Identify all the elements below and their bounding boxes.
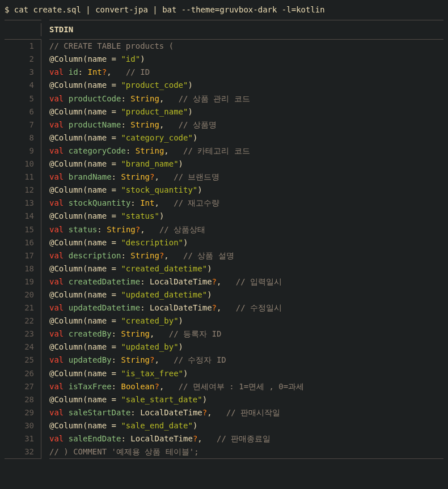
line-number: 20 [5,288,41,301]
line-number: 4 [5,79,41,92]
code-row: 28@Column(name = "sale_start_date") [5,393,443,406]
code-row: 2@Column(name = "id") [5,53,443,66]
code-line: @Column(name = "category_code") [41,131,443,144]
code-row: 26@Column(name = "is_tax_free") [5,367,443,380]
line-number: 2 [5,53,41,66]
line-number: 21 [5,301,41,314]
shell-prompt: $ [5,5,14,14]
line-number: 32 [5,445,41,458]
line-number: 3 [5,66,41,79]
code-line: // ) COMMENT '예제용 상품 테이블'; [41,445,443,458]
code-line: val createdDatetime: LocalDateTime?, // … [41,275,443,288]
code-row: 22@Column(name = "created_by") [5,314,443,328]
code-row: 7val productName: String, // 상품명 [5,118,443,131]
line-number: 27 [5,380,41,393]
code-row: 21val updatedDatetime: LocalDateTime?, /… [5,301,443,314]
code-row: 8@Column(name = "category_code") [5,131,443,144]
code-line: val brandName: String?, // 브랜드명 [41,171,443,184]
code-line: val updatedBy: String?, // 수정자 ID [41,354,443,367]
code-row: 9val categoryCode: String, // 카테고리 코드 [5,144,443,158]
command-line: $ cat create.sql | convert-jpa | bat --t… [5,3,443,20]
code-line: @Column(name = "created_by") [41,314,443,328]
line-number: 7 [5,118,41,131]
code-row: 25val updatedBy: String?, // 수정자 ID [5,354,443,367]
code-line: val description: String?, // 상품 설명 [41,249,443,262]
bat-header-row: STDIN [5,20,443,39]
code-line: @Column(name = "updated_by") [41,341,443,354]
table-top-rule [5,20,443,20]
code-line: val productCode: String, // 상품 관리 코드 [41,92,443,105]
line-number: 6 [5,105,41,118]
code-row: 5val productCode: String, // 상품 관리 코드 [5,92,443,105]
code-line: val updatedDatetime: LocalDateTime?, // … [41,301,443,314]
code-row: 3val id: Int?, // ID [5,66,443,79]
code-row: 1// CREATE TABLE products ( [5,40,443,53]
code-line: val createdBy: String, // 등록자 ID [41,328,443,341]
line-number: 13 [5,197,41,210]
command-text: cat create.sql | convert-jpa | bat --the… [14,5,325,14]
code-row: 24@Column(name = "updated_by") [5,341,443,354]
line-number: 15 [5,223,41,236]
line-number: 28 [5,393,41,406]
code-line: val categoryCode: String, // 카테고리 코드 [41,144,443,158]
code-row: 15val status: String?, // 상품상태 [5,223,443,236]
code-line: @Column(name = "product_code") [41,79,443,92]
code-line: @Column(name = "sale_end_date") [41,419,443,432]
code-row: 32// ) COMMENT '예제용 상품 테이블'; [5,445,443,458]
line-number: 16 [5,236,41,249]
code-line: @Column(name = "id") [41,53,443,66]
code-line: val status: String?, // 상품상태 [41,223,443,236]
code-line: @Column(name = "sale_start_date") [41,393,443,406]
line-number: 30 [5,419,41,432]
code-row: 12@Column(name = "stock_quantity") [5,184,443,197]
code-line: @Column(name = "created_datetime") [41,262,443,275]
code-row: 27val isTaxFree: Boolean?, // 면세여부 : 1=면… [5,380,443,393]
code-row: 29val saleStartDate: LocalDateTime?, // … [5,406,443,419]
bat-file-label: STDIN [49,25,73,34]
code-line: val saleEndDate: LocalDateTime?, // 판매종료… [41,432,443,445]
line-number: 25 [5,354,41,367]
table-bot-rule [5,458,443,459]
line-number: 8 [5,131,41,144]
code-row: 16@Column(name = "description") [5,236,443,249]
line-number: 14 [5,210,41,223]
code-line: val productName: String, // 상품명 [41,118,443,131]
code-row: 10@Column(name = "brand_name") [5,158,443,171]
code-row: 31val saleEndDate: LocalDateTime?, // 판매… [5,432,443,445]
code-line: val stockQuantity: Int, // 재고수량 [41,197,443,210]
code-line: @Column(name = "status") [41,210,443,223]
line-number: 31 [5,432,41,445]
code-line: @Column(name = "updated_datetime") [41,288,443,301]
code-row: 4@Column(name = "product_code") [5,79,443,92]
line-number: 12 [5,184,41,197]
line-number: 17 [5,249,41,262]
line-number: 1 [5,40,41,53]
code-line: @Column(name = "is_tax_free") [41,367,443,380]
line-number: 29 [5,406,41,419]
code-row: 30@Column(name = "sale_end_date") [5,419,443,432]
code-row: 11val brandName: String?, // 브랜드명 [5,171,443,184]
line-number: 18 [5,262,41,275]
line-number: 10 [5,158,41,171]
code-row: 19val createdDatetime: LocalDateTime?, /… [5,275,443,288]
code-line: @Column(name = "brand_name") [41,158,443,171]
line-number: 26 [5,367,41,380]
line-number: 5 [5,92,41,105]
code-line: @Column(name = "product_name") [41,105,443,118]
line-number: 24 [5,341,41,354]
code-line: val isTaxFree: Boolean?, // 면세여부 : 1=면세 … [41,380,443,393]
line-number: 9 [5,144,41,158]
code-line: @Column(name = "stock_quantity") [41,184,443,197]
code-row: 17val description: String?, // 상품 설명 [5,249,443,262]
line-number: 22 [5,314,41,328]
code-row: 18@Column(name = "created_datetime") [5,262,443,275]
code-row: 20@Column(name = "updated_datetime") [5,288,443,301]
line-number: 19 [5,275,41,288]
line-number: 11 [5,171,41,184]
code-line: @Column(name = "description") [41,236,443,249]
line-number: 23 [5,328,41,341]
code-line: // CREATE TABLE products ( [41,40,443,53]
code-row: 23val createdBy: String, // 등록자 ID [5,328,443,341]
code-line: val id: Int?, // ID [41,66,443,79]
code-row: 14@Column(name = "status") [5,210,443,223]
